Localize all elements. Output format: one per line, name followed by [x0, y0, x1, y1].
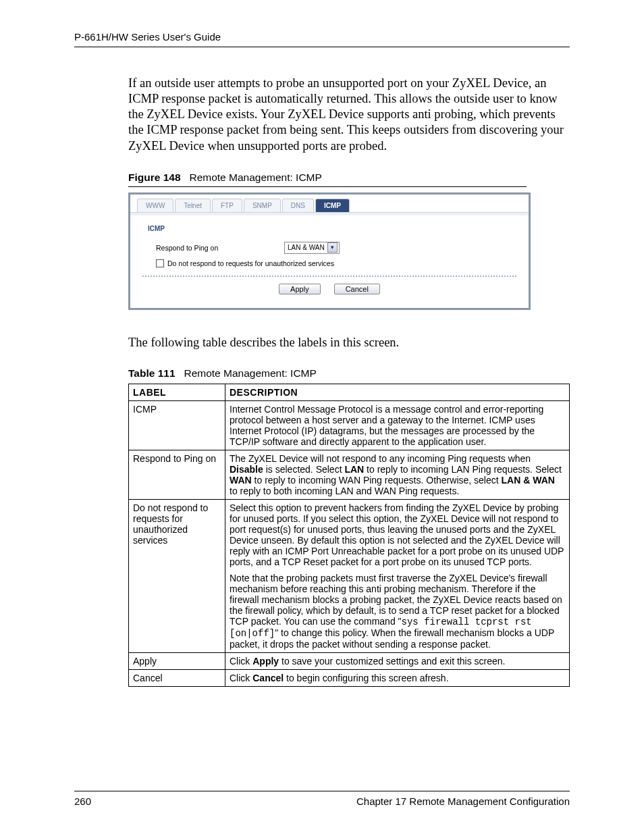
tab-icmp[interactable]: ICMP: [315, 199, 350, 212]
table-header-row: LABEL DESCRIPTION: [129, 384, 570, 400]
table-row: Respond to Ping on The ZyXEL Device will…: [129, 450, 570, 499]
chevron-down-icon: ▼: [327, 242, 338, 253]
tab-snmp[interactable]: SNMP: [244, 199, 281, 212]
th-label: LABEL: [129, 384, 225, 400]
respond-select[interactable]: LAN & WAN ▼: [284, 242, 340, 254]
tab-telnet[interactable]: Telnet: [175, 199, 211, 212]
tab-ftp[interactable]: FTP: [212, 199, 242, 212]
respond-select-value: LAN & WAN: [288, 244, 325, 251]
cell-label: Apply: [129, 652, 225, 669]
figure-label: Figure 148: [128, 172, 181, 183]
cell-label: Do not respond to requests for unauthori…: [129, 499, 225, 652]
embedded-screenshot: WWW Telnet FTP SNMP DNS ICMP ICMP Respon…: [128, 192, 531, 310]
page: P-661H/HW Series User's Guide If an outs…: [0, 0, 644, 834]
panel: ICMP Respond to Ping on LAN & WAN ▼ Do n…: [130, 215, 529, 308]
row-respond: Respond to Ping on LAN & WAN ▼: [156, 242, 518, 254]
table-row: Do not respond to requests for unauthori…: [129, 499, 570, 652]
figure-caption: Figure 148 Remote Management: ICMP: [128, 172, 570, 187]
cell-desc: Internet Control Message Protocol is a m…: [225, 400, 570, 450]
checkbox-unauthorized[interactable]: [156, 259, 164, 267]
button-row: Apply Cancel: [142, 276, 516, 301]
description-table: LABEL DESCRIPTION ICMP Internet Control …: [128, 384, 570, 687]
page-footer: 260 Chapter 17 Remote Management Configu…: [74, 791, 570, 807]
table-row: ICMP Internet Control Message Protocol i…: [129, 400, 570, 450]
figure-rule: [128, 186, 527, 187]
mid-paragraph: The following table describes the labels…: [128, 336, 570, 350]
tab-www[interactable]: WWW: [137, 199, 173, 212]
cell-desc: Click Cancel to begin configuring this s…: [225, 669, 570, 686]
cell-label: ICMP: [129, 400, 225, 450]
cell-label: Respond to Ping on: [129, 450, 225, 499]
table-title: Remote Management: ICMP: [184, 367, 316, 379]
tab-bar: WWW Telnet FTP SNMP DNS ICMP: [130, 194, 529, 212]
intro-paragraph: If an outside user attempts to probe an …: [128, 76, 570, 154]
table-row: Apply Click Apply to save your customize…: [129, 652, 570, 669]
header-title: P-661H/HW Series User's Guide: [74, 31, 570, 43]
cell-desc: Click Apply to save your customized sett…: [225, 652, 570, 669]
panel-section-title: ICMP: [141, 221, 518, 236]
tab-dns[interactable]: DNS: [282, 199, 314, 212]
checkbox-label: Do not respond to requests for unauthori…: [167, 259, 334, 267]
respond-label: Respond to Ping on: [156, 244, 284, 252]
apply-button[interactable]: Apply: [279, 284, 321, 294]
cell-desc: The ZyXEL Device will not respond to any…: [225, 450, 570, 499]
page-number: 260: [74, 796, 91, 807]
cancel-button[interactable]: Cancel: [334, 284, 380, 294]
cell-label: Cancel: [129, 669, 225, 686]
table-label: Table 111: [128, 367, 176, 379]
table-caption: Table 111 Remote Management: ICMP: [128, 367, 570, 380]
figure-title: Remote Management: ICMP: [189, 172, 321, 183]
header-rule: [74, 47, 570, 47]
table-row: Cancel Click Cancel to begin configuring…: [129, 669, 570, 686]
cell-desc: Select this option to prevent hackers fr…: [225, 499, 570, 652]
row-checkbox: Do not respond to requests for unauthori…: [156, 259, 518, 267]
chapter-title: Chapter 17 Remote Management Configurati…: [356, 796, 570, 807]
th-desc: DESCRIPTION: [225, 384, 570, 400]
